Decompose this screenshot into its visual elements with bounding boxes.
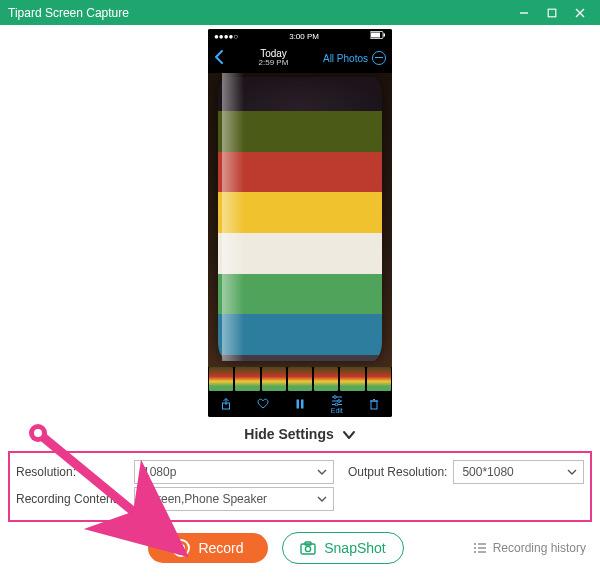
- delete-button[interactable]: [368, 398, 380, 410]
- app-window: Tipard Screen Capture ●●●●○ 3:00 PM: [0, 0, 600, 582]
- maximize-button[interactable]: [538, 0, 566, 25]
- photos-toolbar: Edit: [208, 391, 392, 417]
- output-resolution-label: Output Resolution:: [348, 465, 447, 479]
- svg-rect-6: [384, 34, 386, 37]
- camera-icon: [300, 541, 316, 555]
- resolution-label: Resolution:: [16, 465, 128, 479]
- chevron-down-icon: [317, 469, 327, 475]
- recording-content-label: Recording Content:: [16, 492, 128, 506]
- resolution-select[interactable]: 1080p: [134, 460, 334, 484]
- thumbnail-strip[interactable]: [208, 367, 392, 391]
- record-label: Record: [198, 540, 243, 556]
- recording-history-label: Recording history: [493, 541, 586, 555]
- snapshot-button[interactable]: SnapShot: [282, 532, 404, 564]
- share-button[interactable]: [220, 398, 232, 410]
- pause-icon: [294, 398, 306, 410]
- recording-content-select[interactable]: Screen,Phone Speaker: [134, 487, 334, 511]
- recording-history-link[interactable]: Recording history: [473, 541, 586, 555]
- settings-row-1: Resolution: 1080p Output Resolution: 500…: [16, 460, 584, 484]
- status-clock: 3:00 PM: [238, 32, 370, 41]
- resolution-value: 1080p: [143, 465, 176, 479]
- photo-content: [208, 73, 392, 367]
- snapshot-label: SnapShot: [324, 540, 386, 556]
- chevron-down-icon: [342, 430, 356, 440]
- output-resolution-select[interactable]: 500*1080: [453, 460, 584, 484]
- signal-icon: ●●●●○: [214, 32, 238, 41]
- favorite-button[interactable]: [257, 398, 269, 410]
- svg-rect-17: [371, 401, 377, 409]
- action-bar: Record SnapShot Recording history: [0, 522, 600, 574]
- hide-settings-toggle[interactable]: Hide Settings: [0, 417, 600, 451]
- all-photos-label: All Photos: [323, 53, 368, 64]
- photos-header: Today 2:59 PM All Photos: [208, 43, 392, 73]
- edit-label: Edit: [331, 407, 343, 414]
- sliders-icon: [331, 394, 343, 406]
- header-title: Today 2:59 PM: [230, 48, 317, 68]
- recording-content-value: Screen,Phone Speaker: [143, 492, 267, 506]
- titlebar: Tipard Screen Capture: [0, 0, 600, 25]
- close-button[interactable]: [566, 0, 594, 25]
- hide-settings-label: Hide Settings: [244, 426, 333, 442]
- minimize-button[interactable]: [510, 0, 538, 25]
- chevron-down-icon: [567, 469, 577, 475]
- pause-button[interactable]: [294, 398, 306, 410]
- settings-panel: Resolution: 1080p Output Resolution: 500…: [8, 451, 592, 522]
- record-icon: [172, 539, 190, 557]
- phone-mirror: ●●●●○ 3:00 PM Today 2:59 PM All Photos: [208, 29, 392, 417]
- svg-rect-5: [371, 33, 380, 38]
- trash-icon: [368, 398, 380, 410]
- output-resolution-value: 500*1080: [462, 465, 513, 479]
- heart-icon: [257, 398, 269, 410]
- svg-rect-9: [296, 400, 299, 409]
- close-icon: [575, 8, 585, 18]
- svg-point-16: [335, 403, 338, 406]
- svg-rect-1: [548, 9, 556, 17]
- svg-point-22: [306, 546, 311, 551]
- phone-status-bar: ●●●●○ 3:00 PM: [208, 29, 392, 43]
- preview-area: ●●●●○ 3:00 PM Today 2:59 PM All Photos: [0, 25, 600, 417]
- back-button[interactable]: [214, 50, 224, 67]
- battery-icon: [370, 31, 386, 41]
- svg-point-14: [337, 400, 340, 403]
- svg-point-12: [333, 396, 336, 399]
- settings-row-2: Recording Content: Screen,Phone Speaker: [16, 487, 584, 511]
- details-icon: [372, 51, 386, 65]
- svg-rect-10: [301, 400, 304, 409]
- chevron-down-icon: [317, 496, 327, 502]
- header-time: 2:59 PM: [230, 59, 317, 68]
- record-button[interactable]: Record: [148, 533, 268, 563]
- photo-viewport[interactable]: [208, 73, 392, 367]
- share-icon: [220, 398, 232, 410]
- list-icon: [473, 542, 487, 554]
- chevron-left-icon: [214, 50, 224, 64]
- all-photos-link[interactable]: All Photos: [323, 51, 386, 65]
- edit-button[interactable]: Edit: [331, 394, 343, 414]
- minimize-icon: [519, 8, 529, 18]
- maximize-icon: [547, 8, 557, 18]
- app-title: Tipard Screen Capture: [8, 6, 510, 20]
